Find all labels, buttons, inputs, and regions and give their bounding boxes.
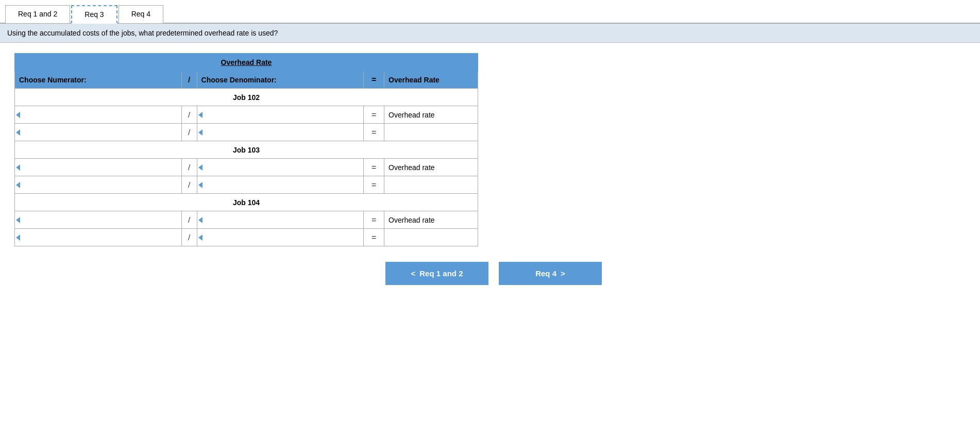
- job-102-row-2: / =: [15, 124, 478, 141]
- next-icon: >: [561, 269, 565, 278]
- job-104-denominator-2-input[interactable]: [201, 231, 360, 244]
- col-header-slash: /: [181, 71, 197, 89]
- job-104-numerator-1-input[interactable]: [19, 213, 177, 226]
- job-102-denominator-1-input[interactable]: [201, 108, 360, 121]
- job-103-result-2: [384, 176, 478, 194]
- prev-label: Req 1 and 2: [419, 269, 463, 278]
- job-103-row-2: / =: [15, 176, 478, 194]
- dropdown-arrow-icon: [16, 164, 20, 171]
- job-104-row-2: / =: [15, 229, 478, 246]
- job-103-equals-1: =: [364, 159, 384, 176]
- job-103-denominator-1[interactable]: [197, 159, 364, 176]
- job-104-label-row: Job 104: [15, 194, 478, 211]
- dropdown-arrow-icon: [16, 182, 20, 188]
- dropdown-arrow-icon: [16, 217, 20, 223]
- job-103-equals-2: =: [364, 176, 384, 194]
- col-header-numerator: Choose Numerator:: [15, 71, 182, 89]
- tab-req3[interactable]: Req 3: [71, 5, 117, 24]
- job-102-slash-1: /: [181, 106, 197, 124]
- job-104-denominator-1-input[interactable]: [201, 213, 360, 226]
- job-102-denominator-2[interactable]: [197, 124, 364, 141]
- job-102-equals-2: =: [364, 124, 384, 141]
- overhead-table: Overhead Rate Choose Numerator: / Choose…: [14, 53, 478, 246]
- dropdown-arrow-icon: [198, 129, 202, 136]
- job-103-slash-2: /: [181, 176, 197, 194]
- dropdown-arrow-icon: [198, 235, 202, 241]
- dropdown-arrow-icon: [198, 112, 202, 118]
- job-102-denominator-1[interactable]: [197, 106, 364, 124]
- job-103-label: Job 103: [15, 141, 478, 159]
- nav-buttons: < Req 1 and 2 Req 4 >: [14, 262, 973, 285]
- job-104-result-2: [384, 229, 478, 246]
- tab-req4[interactable]: Req 4: [119, 5, 163, 24]
- dropdown-arrow-icon: [16, 129, 20, 136]
- job-104-result-1: Overhead rate: [384, 211, 478, 229]
- job-104-denominator-2[interactable]: [197, 229, 364, 246]
- job-103-result-1: Overhead rate: [384, 159, 478, 176]
- job-102-label: Job 102: [15, 89, 478, 106]
- job-104-numerator-2[interactable]: [15, 229, 182, 246]
- dropdown-arrow-icon: [198, 182, 202, 188]
- prev-button[interactable]: < Req 1 and 2: [385, 262, 488, 285]
- job-103-numerator-1-input[interactable]: [19, 161, 177, 174]
- table-wrapper: Overhead Rate Choose Numerator: / Choose…: [14, 53, 478, 246]
- job-104-slash-1: /: [181, 211, 197, 229]
- job-102-result-2: [384, 124, 478, 141]
- dropdown-arrow-icon: [16, 235, 20, 241]
- job-103-denominator-2-input[interactable]: [201, 178, 360, 191]
- job-103-denominator-1-input[interactable]: [201, 161, 360, 174]
- job-102-result-1: Overhead rate: [384, 106, 478, 124]
- job-104-numerator-2-input[interactable]: [19, 231, 177, 244]
- job-103-numerator-1[interactable]: [15, 159, 182, 176]
- job-102-equals-1: =: [364, 106, 384, 124]
- job-103-denominator-2[interactable]: [197, 176, 364, 194]
- job-102-slash-2: /: [181, 124, 197, 141]
- main-content: Overhead Rate Choose Numerator: / Choose…: [0, 43, 980, 295]
- col-header-equals: =: [364, 71, 384, 89]
- job-104-slash-2: /: [181, 229, 197, 246]
- dropdown-arrow-icon: [198, 164, 202, 171]
- job-103-numerator-2-input[interactable]: [19, 178, 177, 191]
- job-104-equals-1: =: [364, 211, 384, 229]
- job-102-numerator-1-input[interactable]: [19, 108, 177, 121]
- job-102-numerator-2-input[interactable]: [19, 126, 177, 139]
- job-102-numerator-2[interactable]: [15, 124, 182, 141]
- job-102-denominator-2-input[interactable]: [201, 126, 360, 139]
- job-102-row-1: / = Overhead rate: [15, 106, 478, 124]
- dropdown-arrow-icon: [198, 217, 202, 223]
- question-bar: Using the accumulated costs of the jobs,…: [0, 24, 980, 43]
- next-button[interactable]: Req 4 >: [499, 262, 602, 285]
- job-104-numerator-1[interactable]: [15, 211, 182, 229]
- job-103-label-row: Job 103: [15, 141, 478, 159]
- job-103-numerator-2[interactable]: [15, 176, 182, 194]
- job-102-numerator-1[interactable]: [15, 106, 182, 124]
- job-102-label-row: Job 102: [15, 89, 478, 106]
- job-103-row-1: / = Overhead rate: [15, 159, 478, 176]
- job-104-equals-2: =: [364, 229, 384, 246]
- question-text: Using the accumulated costs of the jobs,…: [7, 29, 278, 37]
- col-header-denominator: Choose Denominator:: [197, 71, 364, 89]
- job-103-slash-1: /: [181, 159, 197, 176]
- tab-req1and2[interactable]: Req 1 and 2: [5, 5, 70, 24]
- job-104-row-1: / = Overhead rate: [15, 211, 478, 229]
- next-label: Req 4: [535, 269, 556, 278]
- prev-icon: <: [411, 269, 416, 278]
- table-title: Overhead Rate: [15, 54, 478, 71]
- dropdown-arrow-icon: [16, 112, 20, 118]
- tabs-container: Req 1 and 2 Req 3 Req 4: [0, 0, 980, 24]
- job-104-label: Job 104: [15, 194, 478, 211]
- job-104-denominator-1[interactable]: [197, 211, 364, 229]
- col-header-result: Overhead Rate: [384, 71, 478, 89]
